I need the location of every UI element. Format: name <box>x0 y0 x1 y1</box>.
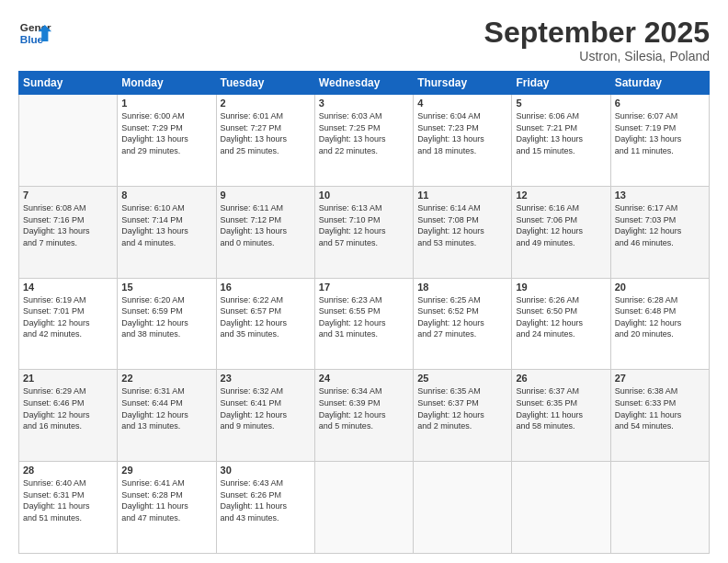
day-number: 26 <box>516 373 606 384</box>
day-info: Sunrise: 6:10 AM Sunset: 7:14 PM Dayligh… <box>121 202 211 248</box>
header: General Blue September 2025 Ustron, Sile… <box>18 17 710 63</box>
day-info: Sunrise: 6:34 AM Sunset: 6:39 PM Dayligh… <box>319 385 409 431</box>
calendar-day-cell: 24Sunrise: 6:34 AM Sunset: 6:39 PM Dayli… <box>314 370 413 462</box>
day-info: Sunrise: 6:16 AM Sunset: 7:06 PM Dayligh… <box>516 202 606 248</box>
calendar-day-cell: 8Sunrise: 6:10 AM Sunset: 7:14 PM Daylig… <box>118 186 216 278</box>
header-sunday: Sunday <box>19 72 118 95</box>
day-number: 29 <box>121 465 211 476</box>
calendar-day-cell <box>414 462 512 554</box>
logo-icon: General Blue <box>18 17 51 50</box>
day-number: 15 <box>121 282 211 293</box>
day-info: Sunrise: 6:20 AM Sunset: 6:59 PM Dayligh… <box>121 294 211 340</box>
day-info: Sunrise: 6:23 AM Sunset: 6:55 PM Dayligh… <box>319 294 409 340</box>
day-info: Sunrise: 6:11 AM Sunset: 7:12 PM Dayligh… <box>221 202 311 248</box>
header-monday: Monday <box>118 72 216 95</box>
calendar-day-cell <box>314 462 413 554</box>
day-number: 30 <box>221 465 311 476</box>
location: Ustron, Silesia, Poland <box>484 49 710 63</box>
calendar-day-cell <box>19 95 118 187</box>
calendar-day-cell: 13Sunrise: 6:17 AM Sunset: 7:03 PM Dayli… <box>610 186 709 278</box>
calendar-day-cell: 20Sunrise: 6:28 AM Sunset: 6:48 PM Dayli… <box>610 278 709 370</box>
day-info: Sunrise: 6:22 AM Sunset: 6:57 PM Dayligh… <box>221 294 311 340</box>
day-info: Sunrise: 6:19 AM Sunset: 7:01 PM Dayligh… <box>23 294 113 340</box>
day-number: 4 <box>417 98 507 109</box>
day-info: Sunrise: 6:06 AM Sunset: 7:21 PM Dayligh… <box>516 110 606 156</box>
month-title: September 2025 <box>484 17 710 49</box>
calendar-day-cell: 7Sunrise: 6:08 AM Sunset: 7:16 PM Daylig… <box>19 186 118 278</box>
day-info: Sunrise: 6:32 AM Sunset: 6:41 PM Dayligh… <box>221 385 311 431</box>
day-number: 7 <box>23 190 113 201</box>
day-number: 18 <box>417 282 507 293</box>
day-number: 25 <box>417 373 507 384</box>
calendar-day-cell: 3Sunrise: 6:03 AM Sunset: 7:25 PM Daylig… <box>314 95 413 187</box>
day-info: Sunrise: 6:26 AM Sunset: 6:50 PM Dayligh… <box>516 294 606 340</box>
calendar-week-row: 14Sunrise: 6:19 AM Sunset: 7:01 PM Dayli… <box>19 278 710 370</box>
calendar-day-cell <box>512 462 610 554</box>
calendar-week-row: 28Sunrise: 6:40 AM Sunset: 6:31 PM Dayli… <box>19 462 710 554</box>
calendar-day-cell: 1Sunrise: 6:00 AM Sunset: 7:29 PM Daylig… <box>118 95 216 187</box>
calendar-day-cell: 16Sunrise: 6:22 AM Sunset: 6:57 PM Dayli… <box>216 278 314 370</box>
calendar-day-cell: 4Sunrise: 6:04 AM Sunset: 7:23 PM Daylig… <box>414 95 512 187</box>
day-info: Sunrise: 6:00 AM Sunset: 7:29 PM Dayligh… <box>121 110 211 156</box>
calendar-week-row: 7Sunrise: 6:08 AM Sunset: 7:16 PM Daylig… <box>19 186 710 278</box>
calendar-day-cell: 22Sunrise: 6:31 AM Sunset: 6:44 PM Dayli… <box>118 370 216 462</box>
day-info: Sunrise: 6:29 AM Sunset: 6:46 PM Dayligh… <box>23 385 113 431</box>
day-info: Sunrise: 6:43 AM Sunset: 6:26 PM Dayligh… <box>221 477 311 523</box>
calendar-day-cell: 25Sunrise: 6:35 AM Sunset: 6:37 PM Dayli… <box>414 370 512 462</box>
day-number: 27 <box>615 373 705 384</box>
day-number: 13 <box>615 190 705 201</box>
day-info: Sunrise: 6:25 AM Sunset: 6:52 PM Dayligh… <box>417 294 507 340</box>
calendar-day-cell: 14Sunrise: 6:19 AM Sunset: 7:01 PM Dayli… <box>19 278 118 370</box>
day-info: Sunrise: 6:07 AM Sunset: 7:19 PM Dayligh… <box>615 110 705 156</box>
header-wednesday: Wednesday <box>314 72 413 95</box>
calendar-day-cell <box>610 462 709 554</box>
calendar-day-cell: 6Sunrise: 6:07 AM Sunset: 7:19 PM Daylig… <box>610 95 709 187</box>
calendar-week-row: 1Sunrise: 6:00 AM Sunset: 7:29 PM Daylig… <box>19 95 710 187</box>
calendar-day-cell: 23Sunrise: 6:32 AM Sunset: 6:41 PM Dayli… <box>216 370 314 462</box>
calendar-day-cell: 26Sunrise: 6:37 AM Sunset: 6:35 PM Dayli… <box>512 370 610 462</box>
calendar-table: Sunday Monday Tuesday Wednesday Thursday… <box>18 71 710 554</box>
calendar-day-cell: 17Sunrise: 6:23 AM Sunset: 6:55 PM Dayli… <box>314 278 413 370</box>
day-info: Sunrise: 6:14 AM Sunset: 7:08 PM Dayligh… <box>417 202 507 248</box>
day-number: 28 <box>23 465 113 476</box>
day-number: 1 <box>121 98 211 109</box>
day-number: 3 <box>319 98 409 109</box>
weekday-header-row: Sunday Monday Tuesday Wednesday Thursday… <box>19 72 710 95</box>
header-friday: Friday <box>512 72 610 95</box>
day-number: 2 <box>221 98 311 109</box>
day-number: 12 <box>516 190 606 201</box>
calendar-day-cell: 18Sunrise: 6:25 AM Sunset: 6:52 PM Dayli… <box>414 278 512 370</box>
calendar-day-cell: 12Sunrise: 6:16 AM Sunset: 7:06 PM Dayli… <box>512 186 610 278</box>
calendar-day-cell: 5Sunrise: 6:06 AM Sunset: 7:21 PM Daylig… <box>512 95 610 187</box>
day-number: 23 <box>221 373 311 384</box>
day-info: Sunrise: 6:41 AM Sunset: 6:28 PM Dayligh… <box>121 477 211 523</box>
header-thursday: Thursday <box>414 72 512 95</box>
day-number: 5 <box>516 98 606 109</box>
header-saturday: Saturday <box>610 72 709 95</box>
day-info: Sunrise: 6:03 AM Sunset: 7:25 PM Dayligh… <box>319 110 409 156</box>
day-number: 8 <box>121 190 211 201</box>
day-number: 21 <box>23 373 113 384</box>
day-number: 6 <box>615 98 705 109</box>
day-info: Sunrise: 6:17 AM Sunset: 7:03 PM Dayligh… <box>615 202 705 248</box>
day-number: 14 <box>23 282 113 293</box>
calendar-day-cell: 21Sunrise: 6:29 AM Sunset: 6:46 PM Dayli… <box>19 370 118 462</box>
calendar-day-cell: 15Sunrise: 6:20 AM Sunset: 6:59 PM Dayli… <box>118 278 216 370</box>
day-info: Sunrise: 6:35 AM Sunset: 6:37 PM Dayligh… <box>417 385 507 431</box>
day-info: Sunrise: 6:04 AM Sunset: 7:23 PM Dayligh… <box>417 110 507 156</box>
day-info: Sunrise: 6:13 AM Sunset: 7:10 PM Dayligh… <box>319 202 409 248</box>
calendar-day-cell: 2Sunrise: 6:01 AM Sunset: 7:27 PM Daylig… <box>216 95 314 187</box>
logo: General Blue <box>18 17 51 50</box>
day-number: 9 <box>221 190 311 201</box>
day-number: 22 <box>121 373 211 384</box>
day-number: 17 <box>319 282 409 293</box>
header-tuesday: Tuesday <box>216 72 314 95</box>
calendar-day-cell: 27Sunrise: 6:38 AM Sunset: 6:33 PM Dayli… <box>610 370 709 462</box>
day-info: Sunrise: 6:38 AM Sunset: 6:33 PM Dayligh… <box>615 385 705 431</box>
day-info: Sunrise: 6:40 AM Sunset: 6:31 PM Dayligh… <box>23 477 113 523</box>
calendar-day-cell: 10Sunrise: 6:13 AM Sunset: 7:10 PM Dayli… <box>314 186 413 278</box>
calendar-day-cell: 28Sunrise: 6:40 AM Sunset: 6:31 PM Dayli… <box>19 462 118 554</box>
day-number: 16 <box>221 282 311 293</box>
day-number: 19 <box>516 282 606 293</box>
calendar-day-cell: 9Sunrise: 6:11 AM Sunset: 7:12 PM Daylig… <box>216 186 314 278</box>
